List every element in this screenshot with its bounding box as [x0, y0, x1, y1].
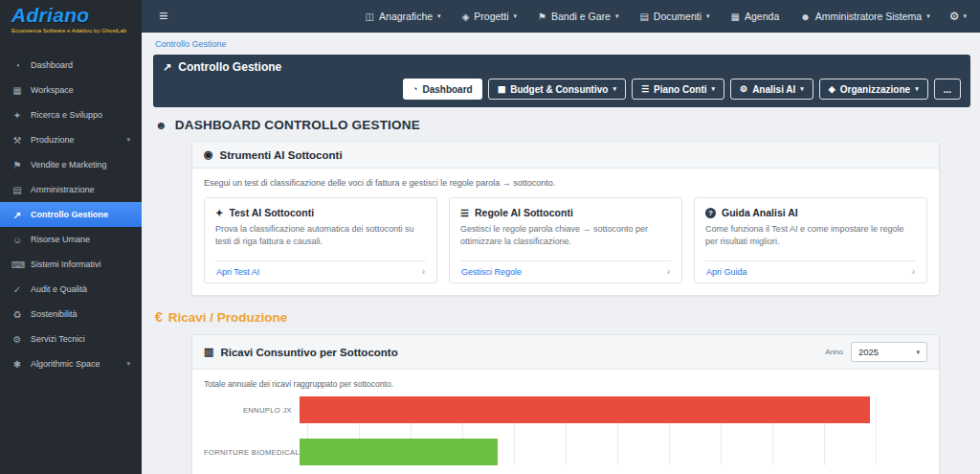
budget-icon: ▦ [498, 84, 506, 94]
user-icon: ☻ [800, 11, 811, 22]
revenue-card-title: Ricavi Consuntivo per Sottoconto [220, 347, 397, 358]
euro-icon: € [155, 309, 163, 325]
cards-container-bottom: ▥ Ricavi Consuntivo per Sottoconto Anno … [142, 334, 980, 474]
module-button-piano-conti[interactable]: ☰Piano Conti▾ [632, 79, 724, 100]
sidebar-item-controllo-gestione[interactable]: ↗Controllo Gestione [0, 202, 142, 227]
tool-card-regole-ai-sottoconti: ☰Regole AI SottocontiGestisci le regole … [449, 197, 682, 283]
revenue-bar-chart: ENNUPLO JXFORNITURE BIOMEDICALI [204, 396, 927, 465]
tool-card-description: Prova la classificazione automatica dei … [215, 223, 426, 253]
ai-tools-card: ◉ Strumenti AI Sottoconti Esegui un test… [191, 141, 940, 296]
page-title-text: DASHBOARD CONTROLLO GESTIONE [175, 118, 420, 132]
hamburger-menu-icon[interactable]: ≡ [159, 9, 167, 24]
it-systems-icon: ⌨ [11, 260, 23, 270]
tool-card-description: Gestisci le regole parola chiave → sotto… [460, 223, 671, 253]
sidebar-item-vendite-e-marketing[interactable]: ⚑Vendite e Marketing [0, 152, 142, 177]
chevron-down-icon: ▾ [963, 12, 967, 20]
module-button-label: Analisi AI [752, 84, 795, 95]
module-button-label: Piano Conti [654, 84, 707, 95]
ai-tools-card-header: ◉ Strumenti AI Sottoconti [192, 142, 939, 169]
revenue-card-description: Totale annuale dei ricavi raggruppato pe… [204, 379, 927, 389]
chart-category-label: FORNITURE BIOMEDICALI [204, 448, 300, 457]
chevron-right-icon: › [667, 267, 670, 277]
brand-name: Adriano [11, 4, 130, 27]
help-icon: ? [705, 208, 716, 218]
chart-bar-forniture-biomedicali[interactable] [300, 439, 498, 465]
module-button-more[interactable]: ... [934, 79, 961, 100]
topnav-item-label: Anagrafiche [379, 11, 433, 22]
sidebar-item-amministrazione[interactable]: ▤Amministrazione [0, 177, 142, 202]
breadcrumb[interactable]: Controllo Gestione [142, 36, 980, 55]
chevron-down-icon: ▾ [437, 12, 441, 20]
revenue-section-heading-text: Ricavi / Produzione [168, 310, 288, 325]
audit-icon: ✓ [11, 284, 23, 295]
chart-bar-track [300, 439, 920, 465]
tool-card-description: Come funziona il Test AI e come impostar… [705, 223, 916, 253]
tool-card-title-text: Regole AI Sottoconti [475, 207, 573, 218]
module-button-label: Organizzazione [840, 84, 910, 95]
topnav-item-agenda[interactable]: ▦Agenda [731, 11, 780, 22]
year-select[interactable]: 2025 ▾ [851, 342, 927, 362]
document-icon: ▤ [639, 11, 648, 22]
sidebar-item-label: Audit e Qualità [31, 284, 87, 294]
topnav-item-amministratore-sistema[interactable]: ☻Amministratore Sistema▾ [800, 11, 930, 22]
chevron-down-icon: ▾ [612, 85, 616, 93]
tool-card-test-ai-sottoconti: ✦Test AI SottocontiProva la classificazi… [204, 197, 437, 283]
sidebar-item-label: Dashboard [31, 60, 73, 70]
sidebar-item-label: Workspace [31, 85, 74, 95]
chart-bar-ennuplo-jx[interactable] [300, 396, 870, 423]
sidebar-item-produzione[interactable]: ⚒Produzione▾ [0, 127, 142, 152]
production-icon: ⚒ [11, 135, 23, 146]
module-button-bar: ◔Dashboard▦Budget & Consuntivo▾☰Piano Co… [163, 79, 961, 100]
sidebar-nav: ◔Dashboard▦Workspace✦Ricerca e Sviluppo⚒… [0, 39, 142, 376]
sidebar-item-workspace[interactable]: ▦Workspace [0, 78, 142, 102]
module-button-dashboard[interactable]: ◔Dashboard [403, 79, 482, 100]
revenue-section-heading: € Ricavi / Produzione [142, 309, 980, 325]
sidebar-item-sistemi-informativi[interactable]: ⌨Sistemi Informativi [0, 252, 142, 277]
sidebar-item-label: Vendite e Marketing [31, 160, 107, 169]
tool-link-gestisci-regole[interactable]: Gestisci Regole [461, 267, 522, 277]
algorithmic-space-icon: ✱ [11, 359, 23, 370]
address-book-icon: ◫ [366, 11, 374, 22]
sustainability-icon: ♻ [11, 309, 23, 320]
tool-link-apri-test-ai[interactable]: Apri Test AI [216, 267, 259, 277]
sidebar-item-dashboard[interactable]: ◔Dashboard [0, 53, 142, 78]
sidebar-item-audit-e-qualit[interactable]: ✓Audit e Qualità [0, 277, 142, 302]
ai-tools-description: Esegui un test di classificazione delle … [204, 178, 927, 188]
sidebar-item-servizi-tecnici[interactable]: ⚙Servizi Tecnici [0, 327, 142, 351]
chart-line-icon: ↗ [163, 61, 171, 74]
topnav-item-progetti[interactable]: ◈Progetti▾ [462, 11, 517, 22]
topnav-item-documenti[interactable]: ▤Documenti▾ [639, 11, 709, 22]
organization-icon: ◈ [829, 84, 835, 94]
chevron-down-icon: ▾ [712, 85, 716, 93]
module-button-budget-consuntivo[interactable]: ▦Budget & Consuntivo▾ [488, 79, 626, 100]
module-button-analisi-ai[interactable]: ⚙Analisi AI▾ [730, 79, 813, 100]
topnav-item-anagrafiche[interactable]: ◫Anagrafiche▾ [366, 11, 441, 22]
module-button-label: ... [944, 84, 951, 95]
sidebar-item-algorithmic-space[interactable]: ✱Algorithmic Space▾ [0, 351, 142, 376]
main-column: ≡ ◫Anagrafiche▾◈Progetti▾⚑Bandi e Gare▾▤… [142, 0, 980, 474]
brand-logo[interactable]: Adriano Ecosistema Software e Adattivo b… [0, 0, 142, 39]
speedometer-icon: ◔ [11, 60, 23, 71]
sidebar-item-sostenibilit[interactable]: ♻Sostenibilità [0, 302, 142, 327]
tool-card-row: ✦Test AI SottocontiProva la classificazi… [204, 197, 927, 283]
sidebar-item-label: Controllo Gestione [31, 210, 108, 219]
sidebar-item-label: Produzione [31, 135, 75, 145]
year-filter: Anno 2025 ▾ [825, 342, 927, 362]
tool-card-guida-analisi-ai: ?Guida Analisi AICome funziona il Test A… [694, 197, 927, 283]
rules-list-icon: ☰ [460, 208, 469, 218]
module-title: ↗ Controllo Gestione [163, 60, 961, 74]
hr-icon: ☺ [11, 235, 23, 245]
sidebar-item-label: Sostenibilità [31, 309, 78, 319]
year-label: Anno [825, 348, 843, 356]
sidebar-item-label: Risorse Umane [31, 235, 90, 244]
tool-link-apri-guida[interactable]: Apri Guida [706, 267, 747, 277]
sidebar-item-ricerca-e-sviluppo[interactable]: ✦Ricerca e Sviluppo [0, 102, 142, 127]
bar-chart-icon: ▥ [204, 346, 213, 358]
magic-wand-icon: ✦ [215, 208, 223, 218]
topnav-item-bandi-e-gare[interactable]: ⚑Bandi e Gare▾ [538, 11, 618, 22]
sidebar-item-risorse-umane[interactable]: ☺Risorse Umane [0, 227, 142, 252]
accounts-list-icon: ☰ [641, 84, 649, 94]
module-button-organizzazione[interactable]: ◈Organizzazione▾ [819, 79, 928, 100]
chevron-right-icon: › [422, 267, 425, 277]
settings-menu[interactable]: ⚙ ▾ [949, 10, 967, 23]
